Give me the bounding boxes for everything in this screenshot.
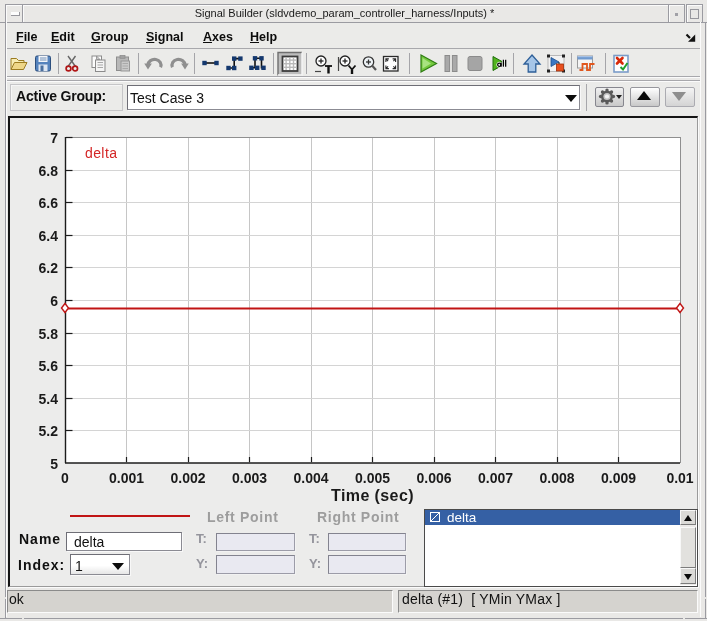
- svg-text:5: 5: [50, 456, 58, 472]
- svg-text:0.005: 0.005: [355, 470, 390, 486]
- svg-text:5.2: 5.2: [39, 423, 59, 439]
- svg-text:0.002: 0.002: [170, 470, 205, 486]
- svg-text:delta: delta: [85, 145, 117, 161]
- svg-text:0.001: 0.001: [109, 470, 144, 486]
- svg-text:0.01: 0.01: [666, 470, 693, 486]
- svg-text:0.007: 0.007: [478, 470, 513, 486]
- svg-text:0.003: 0.003: [232, 470, 267, 486]
- svg-text:6.6: 6.6: [39, 195, 59, 211]
- svg-text:6: 6: [50, 293, 58, 309]
- svg-text:0.004: 0.004: [293, 470, 328, 486]
- svg-text:5.8: 5.8: [39, 326, 59, 342]
- svg-text:5.4: 5.4: [39, 391, 59, 407]
- svg-text:0.009: 0.009: [601, 470, 636, 486]
- svg-text:5.6: 5.6: [39, 358, 59, 374]
- svg-text:6.2: 6.2: [39, 260, 59, 276]
- svg-text:Time (sec): Time (sec): [331, 487, 414, 504]
- svg-text:6.8: 6.8: [39, 163, 59, 179]
- svg-text:0: 0: [61, 470, 69, 486]
- svg-text:7: 7: [50, 130, 58, 146]
- svg-text:6.4: 6.4: [39, 228, 59, 244]
- svg-text:0.008: 0.008: [539, 470, 574, 486]
- svg-text:0.006: 0.006: [416, 470, 451, 486]
